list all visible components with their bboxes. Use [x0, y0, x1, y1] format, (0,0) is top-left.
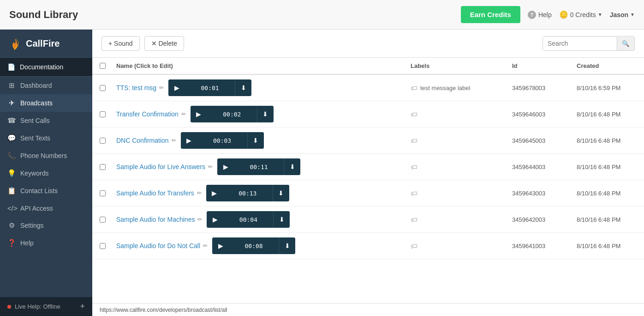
add-sound-button[interactable]: + Sound	[101, 36, 140, 51]
row-name-cell-6: Sample Audio for Do Not Call✏▶00:08⬇	[116, 237, 411, 254]
sent-calls-icon: ☎	[7, 116, 16, 125]
row-checkbox-1[interactable]	[100, 111, 106, 117]
sidebar-item-api-access[interactable]: </>API Access	[0, 200, 92, 217]
live-help-add-icon: +	[80, 302, 85, 311]
download-button-3[interactable]: ⬇	[284, 158, 300, 175]
edit-icon-1[interactable]: ✏	[181, 111, 186, 117]
earn-credits-button[interactable]: Earn Credits	[461, 6, 520, 23]
sidebar-item-sent-texts[interactable]: 💬Sent Texts	[0, 129, 92, 147]
dashboard-icon: ⊞	[7, 81, 16, 90]
sidebar-item-label-broadcasts: Broadcasts	[20, 99, 53, 107]
header-actions: Earn Credits ? Help 🪙 0 Credits ▼ Jason …	[461, 6, 635, 23]
status-url: https://www.callfire.com/developers/broa…	[100, 307, 227, 313]
download-button-0[interactable]: ⬇	[235, 79, 251, 96]
sound-name-link-5[interactable]: Sample Audio for Machines✏	[116, 216, 202, 223]
tag-icon-5: 🏷	[411, 216, 417, 224]
play-button-3[interactable]: ▶	[217, 158, 234, 175]
credits-menu[interactable]: 🪙 0 Credits ▼	[559, 10, 602, 19]
table-row: TTS: test msg✏▶00:01⬇🏷test message label…	[92, 75, 644, 101]
label-text-0: test message label	[420, 85, 470, 91]
keywords-icon: 💡	[7, 169, 16, 177]
sound-name-link-0[interactable]: TTS: test msg✏	[116, 84, 164, 91]
row-name-cell-3: Sample Audio for Live Answers✏▶00:11⬇	[116, 158, 411, 175]
id-cell-5: 3459642003	[512, 216, 577, 223]
row-checkbox-cell-3	[100, 164, 116, 170]
row-checkbox-5[interactable]	[100, 217, 106, 223]
credits-label: 0 Credits	[570, 11, 596, 18]
play-button-2[interactable]: ▶	[181, 132, 197, 149]
help-link[interactable]: ? Help	[528, 11, 552, 19]
search-area: 🔍	[543, 36, 635, 51]
row-checkbox-3[interactable]	[100, 164, 106, 170]
page-title: Sound Library	[9, 9, 461, 21]
edit-icon-2[interactable]: ✏	[172, 137, 176, 144]
label-cell-5: 🏷	[411, 216, 512, 224]
content-area: + Sound ✕ Delete 🔍 Name (Click to Edit) …	[92, 30, 644, 316]
sound-name-link-6[interactable]: Sample Audio for Do Not Call✏	[116, 242, 208, 249]
sidebar-item-settings[interactable]: ⚙Settings	[0, 217, 92, 234]
sidebar-doc-label: Documentation	[20, 63, 63, 71]
sidebar-item-phone-numbers[interactable]: 📞Phone Numbers	[0, 147, 92, 164]
sidebar-item-broadcasts[interactable]: ✈Broadcasts	[0, 94, 92, 112]
download-button-5[interactable]: ⬇	[273, 211, 290, 228]
sound-name-link-2[interactable]: DNC Confirmation✏	[116, 137, 176, 144]
tag-icon-2: 🏷	[411, 137, 417, 145]
edit-icon-5[interactable]: ✏	[197, 216, 202, 223]
download-button-1[interactable]: ⬇	[257, 106, 274, 122]
column-id-header: Id	[512, 62, 577, 69]
user-name: Jason	[610, 11, 628, 18]
edit-icon-0[interactable]: ✏	[159, 85, 164, 91]
status-bar: https://www.callfire.com/developers/broa…	[92, 303, 644, 316]
row-checkbox-4[interactable]	[100, 190, 106, 196]
select-all-checkbox[interactable]	[100, 63, 106, 69]
play-button-6[interactable]: ▶	[212, 237, 229, 254]
row-name-cell-2: DNC Confirmation✏▶00:03⬇	[116, 132, 411, 149]
audio-player-6: ▶00:08⬇	[212, 237, 295, 254]
row-checkbox-cell-2	[100, 138, 116, 144]
edit-icon-6[interactable]: ✏	[203, 243, 208, 249]
time-display-2: 00:03	[197, 137, 247, 144]
play-button-0[interactable]: ▶	[168, 79, 185, 96]
sidebar-item-label-keywords: Keywords	[20, 170, 48, 177]
time-display-3: 00:11	[234, 164, 284, 170]
help-icon: ❓	[7, 239, 16, 247]
play-button-4[interactable]: ▶	[206, 185, 223, 201]
edit-icon-3[interactable]: ✏	[208, 164, 213, 170]
sidebar-item-documentation[interactable]: 📄 Documentation	[0, 58, 92, 77]
sound-name-link-4[interactable]: Sample Audio for Transfers✏	[116, 189, 202, 197]
search-input[interactable]	[543, 36, 617, 50]
sidebar-item-help[interactable]: ❓Help	[0, 234, 92, 252]
row-checkbox-cell-1	[100, 111, 116, 117]
sidebar-item-dashboard[interactable]: ⊞Dashboard	[0, 77, 92, 94]
audio-player-3: ▶00:11⬇	[217, 158, 300, 175]
row-checkbox-cell-4	[100, 190, 116, 196]
row-checkbox-0[interactable]	[100, 85, 106, 91]
user-chevron-icon: ▼	[630, 12, 635, 17]
sidebar-item-contact-lists[interactable]: 📋Contact Lists	[0, 182, 92, 200]
sound-name-link-3[interactable]: Sample Audio for Live Answers✏	[116, 163, 213, 170]
logo-flame-icon	[7, 36, 22, 51]
row-checkbox-2[interactable]	[100, 138, 106, 144]
download-button-4[interactable]: ⬇	[273, 185, 289, 201]
user-menu[interactable]: Jason ▼	[610, 11, 635, 18]
live-help-button[interactable]: Live Help: Offline +	[0, 297, 92, 316]
sidebar-item-label-contact-lists: Contact Lists	[20, 187, 58, 194]
coins-icon: 🪙	[559, 10, 568, 19]
audio-player-5: ▶00:04⬇	[207, 211, 290, 228]
play-button-1[interactable]: ▶	[191, 106, 207, 122]
help-icon: ?	[528, 11, 536, 19]
sound-name-link-1[interactable]: Transfer Confirmation✏	[116, 110, 186, 118]
row-checkbox-6[interactable]	[100, 243, 106, 249]
sidebar-item-keywords[interactable]: 💡Keywords	[0, 164, 92, 182]
help-label: Help	[538, 11, 552, 18]
edit-icon-4[interactable]: ✏	[197, 190, 202, 196]
column-created-header: Created	[577, 62, 637, 69]
play-button-5[interactable]: ▶	[207, 211, 223, 228]
download-button-2[interactable]: ⬇	[247, 132, 264, 149]
delete-button[interactable]: ✕ Delete	[144, 36, 184, 51]
sidebar-item-sent-calls[interactable]: ☎Sent Calls	[0, 112, 92, 129]
download-button-6[interactable]: ⬇	[279, 237, 295, 254]
search-button[interactable]: 🔍	[617, 37, 634, 50]
id-cell-6: 3459641003	[512, 243, 577, 249]
contact-lists-icon: 📋	[7, 187, 16, 195]
